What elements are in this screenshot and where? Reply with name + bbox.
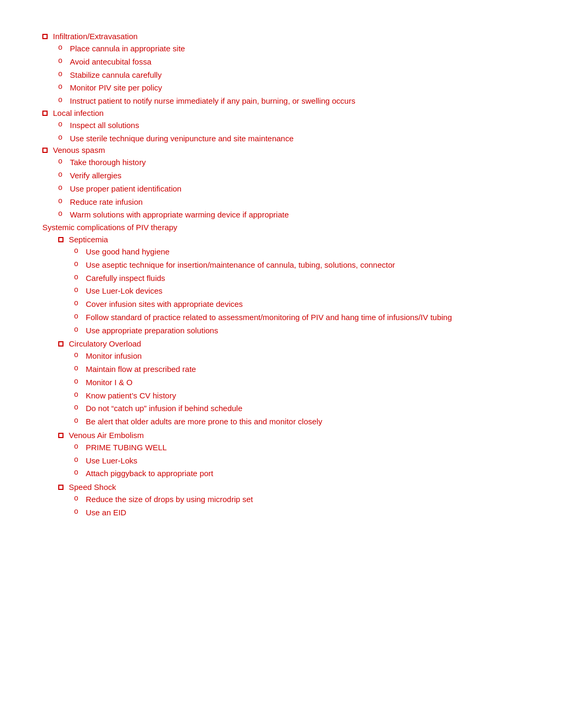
item-text: Monitor I & O [86, 377, 530, 388]
list-item: oInspect all solutions [58, 120, 530, 131]
subsection-header-row: Infiltration/Extravasation [42, 32, 530, 41]
subsection-label: Venous spasm [53, 145, 105, 154]
list-item: oMonitor infusion [74, 350, 530, 362]
bullet-o-icon: o [74, 325, 81, 333]
subsection-label: Speed Shock [69, 483, 116, 492]
bullet-o-icon: o [58, 43, 66, 51]
item-text: Instruct patient to notify nurse immedia… [70, 95, 530, 107]
bullet-o-icon: o [74, 507, 81, 515]
list-item: oUse Luer-Lok devices [74, 285, 530, 297]
subsection-header-row: Speed Shock [58, 483, 530, 492]
item-text: Inspect all solutions [70, 120, 530, 131]
bullet-o-icon: o [74, 403, 81, 411]
subsection-group: SepticemiaoUse good hand hygieneoUse ase… [42, 235, 530, 518]
bullet-o-icon: o [74, 259, 81, 268]
bullet-o-icon: o [74, 312, 81, 320]
bullet-o-icon: o [58, 183, 66, 192]
list-item: oDo not “catch up” infusion if behind sc… [74, 403, 530, 414]
sub-items-list: oUse good hand hygieneoUse aseptic techn… [58, 246, 530, 336]
item-text: Be alert that older adults are more pron… [86, 416, 530, 427]
subsection: Local infectionoInspect all solutionsoUs… [42, 108, 530, 144]
subsection-header-row: Local infection [42, 108, 530, 117]
bullet-o-icon: o [74, 468, 81, 476]
subsection: Venous Air EmbolismoPRIME TUBING WELLoUs… [58, 431, 530, 479]
subsection-label: Septicemia [69, 235, 108, 244]
list-item: oMonitor I & O [74, 377, 530, 388]
list-item: oUse an EID [74, 507, 530, 518]
item-text: Use an EID [86, 507, 530, 518]
list-item: oUse aseptic technique for insertion/mai… [74, 259, 530, 271]
subsection: Venous spasmoTake thorough historyoVerif… [42, 145, 530, 221]
item-text: Attach piggyback to appropriate port [86, 468, 530, 479]
list-item: oUse Luer-Loks [74, 455, 530, 467]
bullet-square-icon [42, 111, 48, 116]
item-text: Reduce rate infusion [70, 196, 530, 208]
bullet-o-icon: o [58, 95, 66, 104]
bullet-o-icon: o [58, 170, 66, 178]
list-item: oWarm solutions with appropriate warming… [58, 209, 530, 221]
item-text: Use sterile technique during venipunctur… [70, 133, 530, 144]
item-text: Reduce the size of drops by using microd… [86, 494, 530, 505]
subsection: Circulatory OverloadoMonitor infusionoMa… [58, 339, 530, 427]
subsection: Infiltration/ExtravasationoPlace cannula… [42, 32, 530, 107]
list-item: oAvoid antecubital fossa [58, 56, 530, 68]
subsection-header-row: Venous spasm [42, 145, 530, 154]
top-subsection: Local infectionoInspect all solutionsoUs… [42, 108, 530, 144]
item-text: Know patient’s CV history [86, 390, 530, 402]
top-subsection: Infiltration/ExtravasationoPlace cannula… [42, 32, 530, 107]
item-text: Do not “catch up” infusion if behind sch… [86, 403, 530, 414]
list-item: oMonitor PIV site per policy [58, 82, 530, 94]
top-subsection: Venous spasmoTake thorough historyoVerif… [42, 145, 530, 221]
item-text: Verify allergies [70, 170, 530, 181]
sub-items-list: oReduce the size of drops by using micro… [58, 494, 530, 518]
bullet-square-icon [58, 433, 64, 438]
bullet-o-icon: o [58, 196, 66, 205]
list-item: oMaintain flow at prescribed rate [74, 363, 530, 375]
bullet-square-icon [42, 148, 48, 153]
bullet-square-icon [42, 34, 48, 39]
item-text: Use aseptic technique for insertion/main… [86, 259, 530, 271]
bullet-o-icon: o [58, 209, 66, 217]
list-item: oKnow patient’s CV history [74, 390, 530, 402]
item-text: Use proper patient identification [70, 183, 530, 195]
sub-items-list: oPRIME TUBING WELLoUse Luer-LoksoAttach … [58, 442, 530, 479]
list-item: oReduce the size of drops by using micro… [74, 494, 530, 505]
item-text: Place cannula in appropriate site [70, 43, 530, 54]
list-item: oVerify allergies [58, 170, 530, 181]
bullet-o-icon: o [74, 285, 81, 294]
list-item: oInstruct patient to notify nurse immedi… [58, 95, 530, 107]
list-item: oCarefully inspect fluids [74, 272, 530, 284]
section-header: Systemic complications of PIV therapy [42, 223, 530, 232]
bullet-square-icon [58, 341, 64, 347]
item-text: Follow standard of practice related to a… [86, 312, 530, 323]
subsection-label: Circulatory Overload [69, 339, 141, 348]
bullet-o-icon: o [58, 82, 66, 90]
subsection-header-row: Venous Air Embolism [58, 431, 530, 440]
list-item: oUse proper patient identification [58, 183, 530, 195]
bullet-o-icon: o [74, 350, 81, 359]
item-text: Stabilize cannula carefully [70, 69, 530, 81]
item-text: Monitor PIV site per policy [70, 82, 530, 94]
list-item: oCover infusion sites with appropriate d… [74, 298, 530, 310]
bullet-o-icon: o [58, 133, 66, 141]
sub-items-list: oTake thorough historyoVerify allergieso… [42, 157, 530, 221]
item-text: Avoid antecubital fossa [70, 56, 530, 68]
item-text: Use Luer-Lok devices [86, 285, 530, 297]
item-text: Use good hand hygiene [86, 246, 530, 258]
list-item: oStabilize cannula carefully [58, 69, 530, 81]
list-item: oBe alert that older adults are more pro… [74, 416, 530, 427]
subsection-label: Local infection [53, 108, 104, 117]
subsection-header-row: Septicemia [58, 235, 530, 244]
list-item: oTake thorough history [58, 157, 530, 168]
item-text: Take thorough history [70, 157, 530, 168]
bullet-o-icon: o [58, 56, 66, 65]
bullet-o-icon: o [74, 377, 81, 385]
item-text: Maintain flow at prescribed rate [86, 363, 530, 375]
subsection: Speed ShockoReduce the size of drops by … [58, 483, 530, 518]
bullet-o-icon: o [74, 363, 81, 372]
list-item: oPRIME TUBING WELL [74, 442, 530, 453]
page-content: Infiltration/ExtravasationoPlace cannula… [42, 32, 530, 518]
item-text: Monitor infusion [86, 350, 530, 362]
subsection-header-row: Circulatory Overload [58, 339, 530, 348]
list-item: oAttach piggyback to appropriate port [74, 468, 530, 479]
